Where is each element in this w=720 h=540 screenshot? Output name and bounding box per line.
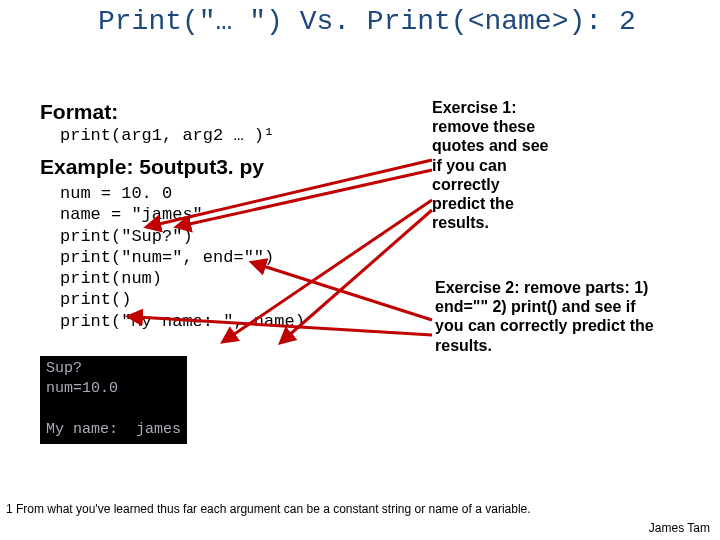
- code-line: print("num=", end=""): [60, 247, 400, 268]
- slide: Print("… ") Vs. Print(<name>): 2 Format:…: [0, 0, 720, 540]
- exercise-1-text: Exercise 1: remove these quotes and see …: [432, 98, 552, 232]
- output-line: My name: james: [46, 421, 181, 438]
- format-code: print(arg1, arg2 … )¹: [60, 126, 400, 145]
- footnote: 1 From what you've learned thus far each…: [6, 502, 531, 516]
- code-line: print("Sup?"): [60, 226, 400, 247]
- exercise-2-text: Exercise 2: remove parts: 1) end="" 2) p…: [435, 278, 655, 355]
- code-line: name = "james": [60, 204, 400, 225]
- code-line: print(): [60, 289, 400, 310]
- code-line: print(num): [60, 268, 400, 289]
- code-block: num = 10. 0 name = "james" print("Sup?")…: [60, 183, 400, 332]
- author-name: James Tam: [649, 521, 710, 535]
- slide-title: Print("… ") Vs. Print(<name>): 2: [98, 6, 636, 37]
- code-line: num = 10. 0: [60, 183, 400, 204]
- example-heading: Example: 5output3. py: [40, 155, 400, 179]
- format-heading: Format:: [40, 100, 400, 124]
- console-output: Sup? num=10.0 My name: james: [40, 356, 187, 444]
- code-line: print("My name: ", name): [60, 311, 400, 332]
- left-column: Format: print(arg1, arg2 … )¹ Example: 5…: [40, 100, 400, 332]
- output-line: Sup?: [46, 360, 82, 377]
- right-column: Exercise 1: remove these quotes and see …: [432, 98, 692, 232]
- output-line: num=10.0: [46, 380, 118, 397]
